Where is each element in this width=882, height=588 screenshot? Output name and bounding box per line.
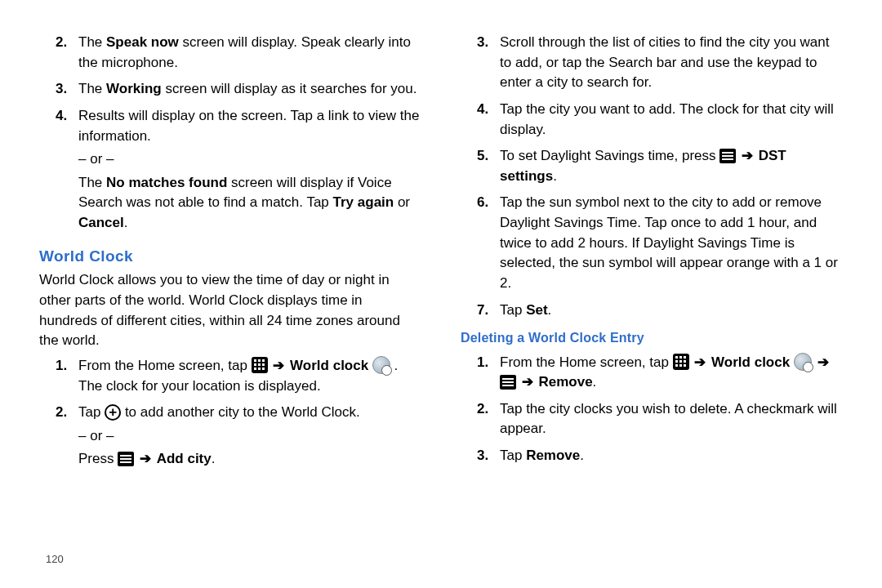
step-number: 4. xyxy=(56,106,67,127)
list-item: 4. Tap the city you want to add. The clo… xyxy=(500,100,843,140)
section-heading-world-clock: World Clock xyxy=(39,245,421,268)
arrow-icon: ➔ xyxy=(693,354,707,370)
step-number: 1. xyxy=(56,356,67,376)
list-item: 2. Tap + to add another city to the Worl… xyxy=(78,403,421,470)
world-clock-steps-cont: 3. Scroll through the list of cities to … xyxy=(461,33,843,320)
step-number: 2. xyxy=(56,33,67,53)
step-number: 2. xyxy=(56,403,67,423)
step-number: 2. xyxy=(477,399,488,420)
apps-grid-icon xyxy=(673,354,689,370)
list-item: 1. From the Home screen, tap ➔ World clo… xyxy=(78,356,421,396)
arrow-icon: ➔ xyxy=(138,451,153,466)
list-item: 2. The Speak now screen will display. Sp… xyxy=(78,33,421,73)
list-item: 2. Tap the city clocks you wish to delet… xyxy=(500,399,843,439)
world-clock-intro: World Clock allows you to view the time … xyxy=(39,270,421,351)
list-item: 7. Tap Set. xyxy=(500,301,843,321)
list-item: 4. Results will display on the screen. T… xyxy=(78,106,421,234)
step-number: 3. xyxy=(477,33,488,53)
page-number: 120 xyxy=(46,553,64,565)
left-column: 2. The Speak now screen will display. Sp… xyxy=(39,29,421,580)
step-number: 1. xyxy=(477,353,488,373)
step-number: 6. xyxy=(477,193,488,213)
list-item: 6. Tap the sun symbol next to the city t… xyxy=(500,193,843,293)
step-number: 5. xyxy=(477,146,488,167)
world-clock-steps: 1. From the Home screen, tap ➔ World clo… xyxy=(39,356,421,470)
right-column: 3. Scroll through the list of cities to … xyxy=(461,29,843,580)
step-number: 3. xyxy=(477,446,488,466)
list-item: 5. To set Daylight Savings time, press ➔… xyxy=(500,146,843,186)
plus-circle-icon: + xyxy=(105,404,121,421)
list-item: 3. The Working screen will display as it… xyxy=(78,79,421,100)
world-clock-icon xyxy=(794,353,812,371)
arrow-icon: ➔ xyxy=(740,148,755,163)
list-item: 3. Tap Remove. xyxy=(500,446,843,466)
or-separator: – or – xyxy=(78,149,421,170)
arrow-icon: ➔ xyxy=(816,354,831,370)
step-number: 7. xyxy=(477,301,488,321)
step-number: 4. xyxy=(477,100,488,120)
or-separator: – or – xyxy=(78,426,421,447)
menu-key-icon xyxy=(118,452,134,466)
voice-search-steps: 2. The Speak now screen will display. Sp… xyxy=(39,33,421,234)
subheading-deleting-entry: Deleting a World Clock Entry xyxy=(461,328,843,347)
step-number: 3. xyxy=(56,79,67,100)
arrow-icon: ➔ xyxy=(520,374,535,390)
menu-key-icon xyxy=(719,149,736,163)
delete-world-clock-steps: 1. From the Home screen, tap ➔ World clo… xyxy=(461,353,843,466)
arrow-icon: ➔ xyxy=(271,358,286,373)
world-clock-icon xyxy=(372,356,390,374)
apps-grid-icon xyxy=(252,357,268,373)
list-item: 1. From the Home screen, tap ➔ World clo… xyxy=(500,353,843,393)
manual-page: 2. The Speak now screen will display. Sp… xyxy=(0,0,882,588)
list-item: 3. Scroll through the list of cities to … xyxy=(500,33,843,93)
menu-key-icon xyxy=(500,375,516,390)
